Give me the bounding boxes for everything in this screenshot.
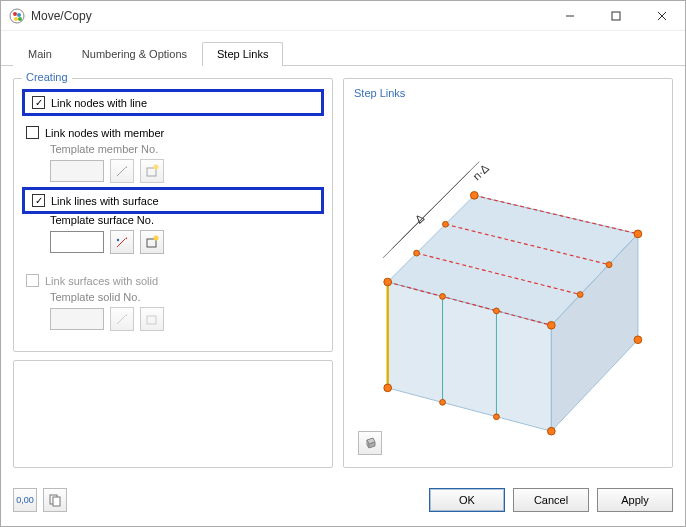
n-delta-label: n·Δ: [470, 162, 491, 183]
svg-point-43: [414, 250, 420, 256]
template-solid-input: [50, 308, 104, 330]
pick-surface-button[interactable]: [110, 230, 134, 254]
dialog-title: Move/Copy: [31, 9, 547, 23]
pick-icon: [115, 235, 129, 249]
preview-panel: Step Links: [343, 78, 673, 468]
tab-main[interactable]: Main: [13, 42, 67, 66]
svg-point-3: [14, 17, 18, 21]
apply-button[interactable]: Apply: [597, 488, 673, 512]
svg-point-40: [494, 308, 500, 314]
svg-point-34: [634, 230, 642, 238]
units-icon: 0,00: [16, 495, 34, 505]
copy-icon: [48, 493, 62, 507]
button-bar: 0,00 OK Cancel Apply: [1, 480, 685, 526]
svg-point-42: [494, 414, 500, 420]
template-solid-label: Template solid No.: [50, 291, 320, 303]
svg-point-35: [547, 321, 555, 329]
link-lines-surface-row: Link lines with surface: [26, 191, 320, 210]
template-member-label: Template member No.: [50, 143, 320, 155]
svg-point-1: [13, 12, 17, 16]
link-surfaces-solid-label: Link surfaces with solid: [45, 275, 158, 287]
svg-point-32: [384, 278, 392, 286]
new-surface-button[interactable]: [140, 230, 164, 254]
tab-numbering[interactable]: Numbering & Options: [67, 42, 202, 66]
link-nodes-line-checkbox[interactable]: [32, 96, 45, 109]
svg-rect-11: [147, 168, 156, 176]
template-member-field-row: [50, 159, 320, 183]
preview-mode-button[interactable]: [358, 431, 382, 455]
ok-button[interactable]: OK: [429, 488, 505, 512]
link-lines-surface-checkbox[interactable]: [32, 194, 45, 207]
pick-icon: [115, 164, 129, 178]
link-surfaces-solid-row: Link surfaces with solid: [26, 274, 320, 287]
svg-point-17: [154, 236, 159, 241]
preview-area: Δ n·Δ: [354, 105, 662, 459]
delta-label: Δ: [413, 211, 427, 225]
template-solid-field-row: [50, 307, 320, 331]
svg-rect-54: [53, 497, 60, 506]
window-buttons: [547, 1, 685, 31]
svg-rect-16: [147, 239, 156, 247]
svg-point-39: [440, 294, 446, 300]
close-button[interactable]: [639, 1, 685, 31]
svg-point-33: [470, 192, 478, 200]
new-member-button[interactable]: [140, 159, 164, 183]
link-lines-surface-label: Link lines with surface: [51, 195, 159, 207]
svg-point-36: [384, 384, 392, 392]
svg-point-46: [606, 262, 612, 268]
left-column: Creating Link nodes with line Link nodes…: [13, 78, 333, 468]
svg-point-0: [10, 9, 24, 23]
svg-point-41: [440, 399, 446, 405]
svg-rect-6: [612, 12, 620, 20]
app-icon: [9, 8, 25, 24]
svg-point-44: [443, 221, 449, 227]
minimize-button[interactable]: [547, 1, 593, 31]
svg-marker-19: [125, 314, 127, 316]
svg-rect-20: [147, 316, 156, 324]
units-button[interactable]: 0,00: [13, 488, 37, 512]
svg-point-45: [577, 292, 583, 298]
new-solid-button: [140, 307, 164, 331]
link-nodes-line-row: Link nodes with line: [26, 93, 320, 112]
link-surfaces-solid-checkbox: [26, 274, 39, 287]
preview-title: Step Links: [354, 87, 662, 99]
svg-point-4: [18, 17, 22, 21]
template-member-input[interactable]: [50, 160, 104, 182]
titlebar: Move/Copy: [1, 1, 685, 31]
empty-group: [13, 360, 333, 468]
maximize-button[interactable]: [593, 1, 639, 31]
link-nodes-member-checkbox[interactable]: [26, 126, 39, 139]
link-nodes-member-row: Link nodes with member: [26, 126, 320, 139]
svg-marker-10: [125, 166, 127, 168]
svg-line-9: [117, 168, 125, 176]
link-nodes-line-label: Link nodes with line: [51, 97, 147, 109]
creating-group: Creating Link nodes with line Link nodes…: [13, 78, 333, 352]
template-surface-field-row: [50, 230, 320, 254]
dialog-window: Move/Copy Main Numbering & Options Step …: [0, 0, 686, 527]
svg-point-38: [634, 336, 642, 344]
svg-point-15: [117, 239, 119, 241]
svg-line-18: [117, 316, 125, 324]
buttonbar-left: 0,00: [13, 488, 67, 512]
new-icon: [145, 312, 159, 326]
svg-marker-14: [125, 237, 127, 239]
tabstrip: Main Numbering & Options Step Links: [1, 31, 685, 66]
link-nodes-member-label: Link nodes with member: [45, 127, 164, 139]
content: Creating Link nodes with line Link nodes…: [1, 66, 685, 480]
svg-point-37: [547, 427, 555, 435]
svg-point-2: [17, 13, 21, 17]
svg-point-12: [154, 165, 159, 170]
new-icon: [145, 164, 159, 178]
preview-svg: Δ n·Δ: [354, 105, 662, 459]
cube-icon: [363, 436, 377, 450]
pick-icon: [115, 312, 129, 326]
copy-settings-button[interactable]: [43, 488, 67, 512]
pick-solid-button: [110, 307, 134, 331]
template-surface-label: Template surface No.: [50, 214, 320, 226]
tab-step-links[interactable]: Step Links: [202, 42, 283, 66]
pick-member-button[interactable]: [110, 159, 134, 183]
creating-title: Creating: [22, 71, 72, 83]
cancel-button[interactable]: Cancel: [513, 488, 589, 512]
template-surface-input[interactable]: [50, 231, 104, 253]
new-icon: [145, 235, 159, 249]
